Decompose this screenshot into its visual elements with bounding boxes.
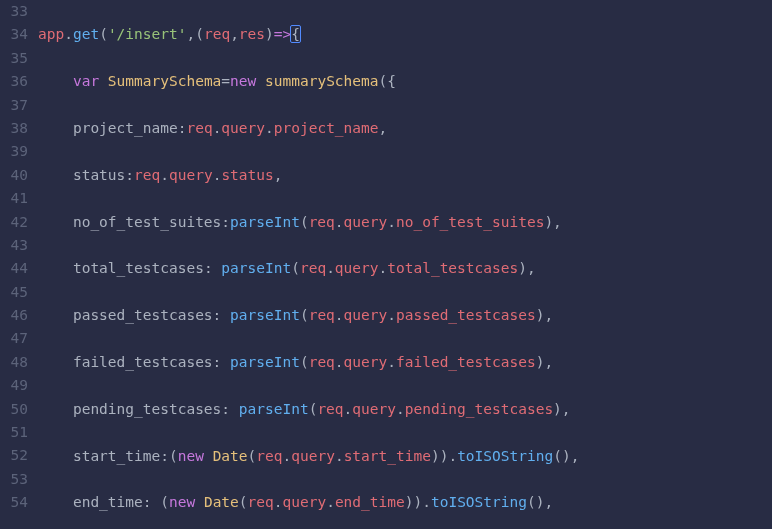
tok: Date: [213, 448, 248, 464]
line-number: 52: [0, 444, 28, 467]
tok: req: [300, 260, 326, 276]
tok: '/insert': [108, 26, 187, 42]
tok: req: [309, 214, 335, 230]
tok: parseInt: [221, 260, 291, 276]
line-number: 53: [0, 468, 28, 491]
tok: project_name: [73, 120, 178, 136]
tok: no_of_test_suites: [396, 214, 544, 230]
tok: res: [239, 26, 265, 42]
tok: new: [169, 494, 195, 510]
tok: project_name: [274, 120, 379, 136]
tok: .: [64, 26, 73, 42]
line-number: 35: [0, 47, 28, 70]
tok: query: [344, 307, 388, 323]
tok: req: [309, 307, 335, 323]
code-line[interactable]: start_time:(new Date(req.query.start_tim…: [38, 445, 772, 468]
tok: total_testcases: [73, 260, 204, 276]
tok: req: [309, 354, 335, 370]
tok: app: [38, 26, 64, 42]
code-line[interactable]: project_name:req.query.project_name,: [38, 117, 772, 140]
tok: summarySchema: [265, 73, 379, 89]
tok: req: [317, 401, 343, 417]
tok: query: [291, 448, 335, 464]
line-number: 41: [0, 187, 28, 210]
line-number: 43: [0, 234, 28, 257]
line-number: 33: [0, 0, 28, 23]
tok: failed_testcases: [73, 354, 213, 370]
line-number: 44: [0, 257, 28, 280]
code-line[interactable]: pending_testcases: parseInt(req.query.pe…: [38, 398, 772, 421]
tok: req: [186, 120, 212, 136]
tok: get: [73, 26, 99, 42]
line-number: 38: [0, 117, 28, 140]
tok: new: [230, 73, 256, 89]
tok: passed_testcases: [73, 307, 213, 323]
tok: req: [134, 167, 160, 183]
tok: parseInt: [239, 401, 309, 417]
line-number: 34: [0, 23, 28, 46]
tok: SummarySchema: [108, 73, 222, 89]
tok: status: [221, 167, 273, 183]
tok: var: [73, 73, 99, 89]
line-number: 37: [0, 94, 28, 117]
tok: query: [344, 354, 388, 370]
code-line[interactable]: status:req.query.status,: [38, 164, 772, 187]
tok: Date: [204, 494, 239, 510]
tok: query: [335, 260, 379, 276]
line-number: 54: [0, 491, 28, 514]
tok: parseInt: [230, 307, 300, 323]
line-number: 40: [0, 164, 28, 187]
code-editor[interactable]: ▼ 33343536373839404142434445464748495051…: [0, 0, 772, 529]
tok: no_of_test_suites: [73, 214, 221, 230]
line-number: 39: [0, 140, 28, 163]
tok: pending_testcases: [73, 401, 221, 417]
line-number: 50: [0, 398, 28, 421]
code-line[interactable]: total_testcases: parseInt(req.query.tota…: [38, 257, 772, 280]
tok: toISOString: [457, 448, 553, 464]
tok: parseInt: [230, 354, 300, 370]
line-number: 46: [0, 304, 28, 327]
code-line[interactable]: passed_testcases: parseInt(req.query.pas…: [38, 304, 772, 327]
tok: parseInt: [230, 214, 300, 230]
cursor: {: [291, 26, 300, 42]
tok: req: [256, 448, 282, 464]
code-line[interactable]: no_of_test_suites:parseInt(req.query.no_…: [38, 211, 772, 234]
line-number: 42: [0, 211, 28, 234]
tok: query: [169, 167, 213, 183]
tok: start_time: [344, 448, 431, 464]
tok: end_time: [335, 494, 405, 510]
tok: toISOString: [431, 494, 527, 510]
tok: query: [344, 214, 388, 230]
line-number: 48: [0, 351, 28, 374]
tok: query: [352, 401, 396, 417]
tok: pending_testcases: [405, 401, 553, 417]
code-area[interactable]: app.get('/insert',(req,res)=>{ var Summa…: [32, 0, 772, 529]
line-number: 49: [0, 374, 28, 397]
tok: failed_testcases: [396, 354, 536, 370]
code-line[interactable]: app.get('/insert',(req,res)=>{: [38, 23, 772, 46]
line-number: 47: [0, 327, 28, 350]
line-number: 51: [0, 421, 28, 444]
tok: =>: [274, 26, 291, 42]
tok: start_time: [73, 448, 160, 464]
tok: req: [204, 26, 230, 42]
code-line[interactable]: failed_testcases: parseInt(req.query.fai…: [38, 351, 772, 374]
tok: total_testcases: [387, 260, 518, 276]
line-number: 45: [0, 281, 28, 304]
tok: end_time: [73, 494, 143, 510]
tok: status: [73, 167, 125, 183]
line-number: 36: [0, 70, 28, 93]
gutter: ▼ 33343536373839404142434445464748495051…: [0, 0, 32, 529]
code-line[interactable]: end_time: (new Date(req.query.end_time))…: [38, 491, 772, 514]
tok: passed_testcases: [396, 307, 536, 323]
code-line[interactable]: var SummarySchema=new summarySchema({: [38, 70, 772, 93]
tok: query: [221, 120, 265, 136]
tok: query: [283, 494, 327, 510]
tok: req: [248, 494, 274, 510]
tok: new: [178, 448, 204, 464]
